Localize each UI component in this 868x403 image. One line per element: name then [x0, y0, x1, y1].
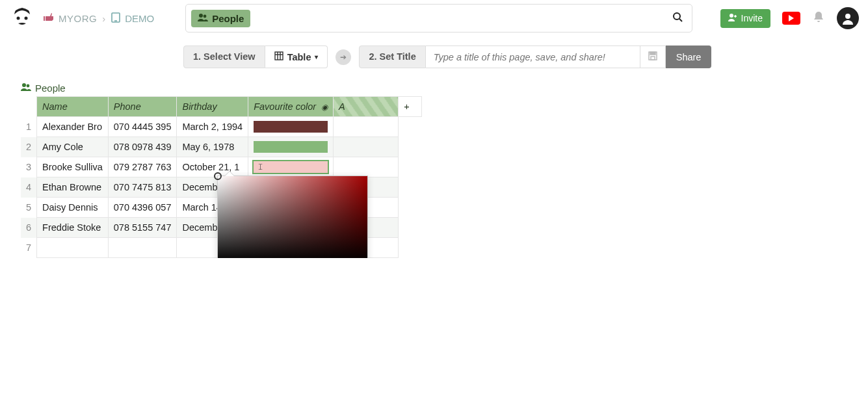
- breadcrumb-project[interactable]: DEMO: [111, 12, 154, 25]
- saturation-value-area[interactable]: [218, 176, 367, 258]
- svg-point-9: [730, 14, 733, 18]
- people-icon: [198, 13, 208, 24]
- save-button[interactable]: [640, 46, 666, 68]
- tablet-icon: [111, 12, 121, 25]
- cell-phone[interactable]: 078 5155 747: [108, 218, 177, 238]
- step-advance-icon[interactable]: ➔: [335, 49, 351, 65]
- table-icon: [274, 51, 283, 62]
- rownum: 1: [21, 117, 37, 137]
- cell-name[interactable]: Brooke Sulliva: [37, 157, 109, 177]
- cell-phone[interactable]: 078 0978 439: [108, 137, 177, 157]
- cell-phone[interactable]: 070 7475 813: [108, 177, 177, 198]
- cell-favcolor[interactable]: [248, 137, 334, 157]
- col-name[interactable]: Name: [37, 97, 109, 117]
- search-chip-people[interactable]: People: [191, 10, 250, 27]
- breadcrumb: MYORG › DEMO: [43, 12, 154, 25]
- topbar-right: Invite: [720, 7, 859, 29]
- table-row[interactable]: 1 Alexander Bro 070 4445 395 March 2, 19…: [21, 117, 422, 137]
- cell-favcolor-editing[interactable]: 𝙸: [248, 157, 334, 177]
- svg-point-18: [22, 83, 26, 87]
- col-favourite-color[interactable]: Favourite color ◉: [248, 97, 334, 117]
- color-swatch: [254, 141, 328, 153]
- svg-point-6: [204, 14, 207, 18]
- svg-rect-16: [650, 52, 655, 55]
- share-button[interactable]: Share: [666, 46, 712, 68]
- col-favcolor-label: Favourite color: [254, 101, 316, 112]
- svg-rect-17: [651, 57, 655, 60]
- svg-point-19: [27, 84, 30, 88]
- rownum: 3: [21, 157, 37, 177]
- chevron-right-icon: ›: [102, 13, 105, 24]
- col-phone[interactable]: Phone: [108, 97, 177, 117]
- table-caption-label: People: [35, 83, 66, 94]
- people-icon: [21, 83, 31, 94]
- rownum: 2: [21, 137, 37, 157]
- search-chip-label: People: [212, 13, 244, 24]
- bell-icon[interactable]: [812, 10, 825, 27]
- svg-point-5: [199, 14, 203, 18]
- color-indicator-icon: ◉: [321, 103, 328, 112]
- rownum: 5: [21, 198, 37, 218]
- svg-point-1: [17, 17, 20, 20]
- sv-cursor-icon[interactable]: [214, 172, 222, 180]
- caret-down-icon: ▾: [315, 53, 318, 60]
- cell-phone[interactable]: 070 4445 395: [108, 117, 177, 137]
- col-extra[interactable]: A: [334, 97, 399, 117]
- text-cursor-icon: 𝙸: [257, 162, 263, 172]
- table-caption: People: [21, 83, 868, 94]
- step-select-view[interactable]: 1. Select View: [183, 46, 265, 68]
- cell-name[interactable]: Freddie Stoke: [37, 218, 109, 238]
- search-icon[interactable]: [669, 12, 687, 24]
- color-picker: [217, 176, 368, 258]
- cell-phone[interactable]: 070 4396 057: [108, 198, 177, 218]
- app-logo[interactable]: [9, 5, 35, 31]
- rownum: 6: [21, 218, 37, 238]
- rownum-header: [21, 97, 37, 117]
- col-birthday[interactable]: Birthday: [177, 97, 248, 117]
- rownum: 7: [21, 238, 37, 258]
- cell-name[interactable]: Ethan Browne: [37, 177, 109, 198]
- table-row[interactable]: 2 Amy Cole 078 0978 439 May 6, 1978: [21, 137, 422, 157]
- invite-button[interactable]: Invite: [720, 9, 770, 28]
- rownum: 4: [21, 177, 37, 198]
- cell-favcolor[interactable]: [248, 117, 334, 137]
- cell-extra[interactable]: [334, 137, 399, 157]
- step-bar: 1. Select View Table ▾ ➔ 2. Set Title Sh…: [183, 46, 868, 68]
- svg-line-8: [679, 19, 682, 21]
- svg-point-2: [25, 17, 28, 20]
- svg-point-10: [845, 14, 850, 19]
- cell-phone[interactable]: [108, 238, 177, 258]
- youtube-icon[interactable]: [782, 12, 800, 25]
- user-avatar[interactable]: [837, 7, 859, 29]
- cell-extra[interactable]: [334, 117, 399, 137]
- search-bar[interactable]: People: [185, 4, 692, 32]
- header-row: Name Phone Birthday Favourite color ◉ A …: [21, 97, 422, 117]
- cell-name[interactable]: [37, 238, 109, 258]
- view-type-dropdown[interactable]: Table ▾: [265, 46, 328, 68]
- step-set-title[interactable]: 2. Set Title: [359, 46, 425, 68]
- add-column-button[interactable]: +: [399, 97, 422, 117]
- cell-birthday[interactable]: March 2, 1994: [177, 117, 248, 137]
- cell-phone[interactable]: 079 2787 763: [108, 157, 177, 177]
- svg-point-7: [674, 13, 680, 20]
- topbar: MYORG › DEMO People Invite: [0, 0, 868, 36]
- breadcrumb-project-label: DEMO: [125, 13, 154, 24]
- thumbs-up-icon[interactable]: [43, 12, 53, 25]
- cell-name[interactable]: Daisy Dennis: [37, 198, 109, 218]
- breadcrumb-org[interactable]: MYORG: [59, 13, 97, 24]
- page-title-input[interactable]: [426, 46, 640, 68]
- view-type-label: Table: [287, 52, 311, 62]
- cell-birthday[interactable]: May 6, 1978: [177, 137, 248, 157]
- cell-birthday[interactable]: October 21, 1: [177, 157, 248, 177]
- cell-extra[interactable]: [334, 157, 399, 177]
- invite-label: Invite: [741, 13, 763, 23]
- svg-rect-11: [275, 52, 283, 60]
- cell-name[interactable]: Amy Cole: [37, 137, 109, 157]
- table-area: People Name Phone Birthday Favourite col…: [21, 83, 868, 258]
- cell-name[interactable]: Alexander Bro: [37, 117, 109, 137]
- popover-arrow-icon: [224, 171, 235, 176]
- color-swatch: [254, 121, 328, 133]
- user-plus-icon: [728, 13, 737, 24]
